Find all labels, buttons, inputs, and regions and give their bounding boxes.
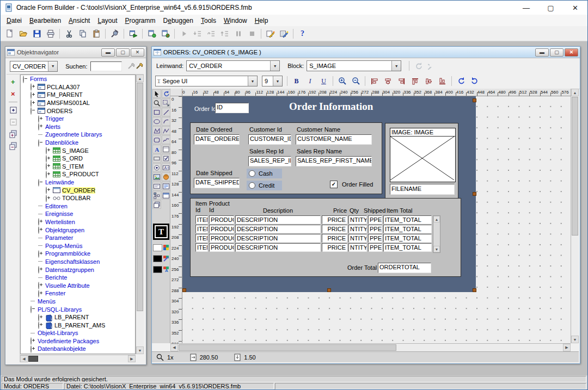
layout-wizard-icon[interactable] bbox=[264, 27, 277, 40]
expand-plus-icon[interactable] bbox=[38, 227, 44, 233]
expand-plus-icon[interactable] bbox=[30, 346, 36, 352]
scroll-down-icon[interactable]: ▼ bbox=[136, 346, 144, 354]
scroll-up-icon[interactable]: ▲ bbox=[433, 216, 440, 222]
grid-field-row1-col4[interactable]: PRICE bbox=[322, 215, 347, 224]
grid-field-row1-col6[interactable]: PPED bbox=[368, 215, 382, 224]
font-size-combo[interactable]: 9 ▼ bbox=[262, 76, 283, 86]
align-right-icon[interactable] bbox=[395, 75, 408, 88]
tree-item-orders[interactable]: ORDERS bbox=[21, 107, 135, 115]
date-shipped-field[interactable]: DATE_SHIPPED bbox=[194, 178, 240, 188]
grid-field-row1-col1[interactable]: ITEM bbox=[195, 215, 208, 224]
print-icon[interactable] bbox=[44, 27, 57, 40]
scroll-left-icon[interactable]: ◀ bbox=[170, 344, 178, 351]
font-preview-tile[interactable]: T bbox=[153, 224, 169, 240]
grid-field-row1-col7[interactable]: ITEM_TOTAL bbox=[383, 215, 432, 224]
list-item-tool[interactable] bbox=[162, 182, 170, 190]
ole-item-tool[interactable] bbox=[162, 172, 170, 181]
tree-item-fenster[interactable]: Fenster bbox=[21, 289, 135, 298]
grid-field-row4-col6[interactable]: PPED bbox=[368, 243, 382, 252]
tree-item-cv-order[interactable]: CV_ORDER bbox=[21, 186, 135, 194]
form-canvas[interactable]: Order Id ID Order Information Date Order… bbox=[182, 96, 476, 292]
grid-field-row3-col1[interactable]: ITEM bbox=[195, 234, 208, 243]
radio-button-tool[interactable] bbox=[152, 163, 161, 172]
sales-rep-id-field[interactable]: SALES_REP_ID bbox=[248, 156, 291, 166]
line-tool[interactable] bbox=[162, 108, 170, 116]
paste-icon[interactable] bbox=[89, 27, 103, 40]
font-family-combo[interactable]: T̲ Segoe UI ▼ bbox=[155, 76, 258, 86]
scroll-down-icon[interactable]: ▼ bbox=[571, 336, 579, 343]
order-total-field[interactable]: ORDERTOTAL bbox=[378, 263, 431, 273]
scrollbar-thumb[interactable] bbox=[137, 83, 143, 311]
tree-item-men-s[interactable]: Menüs bbox=[21, 298, 135, 306]
menu-item-bearbeiten[interactable]: Bearbeiten bbox=[26, 16, 65, 26]
tree-item-forms[interactable]: Forms bbox=[21, 75, 135, 83]
frame-tool[interactable] bbox=[162, 145, 170, 153]
zoom-in-icon[interactable] bbox=[335, 75, 349, 88]
expand-plus-icon[interactable] bbox=[30, 92, 36, 98]
close-button[interactable]: ✕ bbox=[563, 1, 587, 15]
tree-item-vordefinierte-packages[interactable]: Vordefinierte Packages bbox=[21, 337, 135, 345]
tree-item-lb-parent-ams[interactable]: LB_PARENT_AMS bbox=[21, 321, 135, 329]
text-color-well[interactable]: A bbox=[153, 265, 169, 274]
editor-close-button[interactable]: ✕ bbox=[565, 48, 578, 57]
checkbox-tool[interactable] bbox=[162, 154, 170, 163]
tree-item-programmbl-cke[interactable]: Programmblöcke bbox=[21, 250, 135, 258]
selection-handle[interactable] bbox=[473, 192, 476, 196]
scrollbar-thumb[interactable] bbox=[28, 356, 38, 362]
underline-button[interactable]: U bbox=[317, 75, 330, 88]
grid-field-row3-col2[interactable]: PRODUCT bbox=[209, 234, 234, 243]
tree-item-popup-men-s[interactable]: Popup-Menüs bbox=[21, 242, 135, 250]
tree-item-lb-parent[interactable]: LB_PARENT bbox=[21, 313, 135, 321]
align-left-icon[interactable] bbox=[367, 75, 381, 88]
menu-item-window[interactable]: Window bbox=[220, 16, 251, 26]
grid-field-row1-col2[interactable]: PRODUCT bbox=[209, 215, 234, 224]
grid-field-row2-col3[interactable]: DESCRIPTION bbox=[235, 225, 321, 233]
chevron-down-icon[interactable]: ▼ bbox=[391, 61, 401, 71]
block-wizard-icon[interactable] bbox=[277, 27, 291, 40]
navigator-vertical-scrollbar[interactable]: ▲ ▼ bbox=[136, 75, 144, 354]
select-tool[interactable] bbox=[152, 89, 161, 98]
cut-icon[interactable] bbox=[62, 27, 76, 40]
new-icon[interactable] bbox=[3, 27, 16, 40]
tree-item-datenbankobjekte[interactable]: Datenbankobjekte bbox=[21, 345, 135, 353]
editor-horizontal-scrollbar[interactable]: ◀ ▶ bbox=[170, 343, 571, 351]
grid-field-row1-col5[interactable]: NTITY bbox=[348, 215, 367, 224]
expand-plus-icon[interactable] bbox=[38, 314, 44, 320]
collapse-minus-icon[interactable] bbox=[23, 76, 29, 82]
scroll-left-icon[interactable]: ◀ bbox=[20, 355, 28, 362]
expand-icon[interactable] bbox=[9, 106, 18, 114]
open-icon[interactable] bbox=[16, 27, 30, 40]
freehand-tool[interactable] bbox=[162, 135, 170, 144]
collapse-minus-icon[interactable] bbox=[30, 108, 36, 114]
menu-item-help[interactable]: Help bbox=[251, 16, 272, 26]
tree-item-berichte[interactable]: Berichte bbox=[21, 274, 135, 282]
chevron-down-icon[interactable]: ▼ bbox=[270, 61, 279, 71]
grid-field-row3-col3[interactable]: DESCRIPTION bbox=[235, 234, 321, 243]
arc-tool[interactable] bbox=[162, 117, 170, 126]
tree-item-fm-parent[interactable]: FM_PARENT bbox=[21, 91, 135, 99]
save-icon[interactable] bbox=[30, 27, 44, 40]
canvas-combo[interactable]: CV_ORDER ▼ bbox=[186, 60, 280, 71]
block-combo[interactable]: S_IMAGE ▼ bbox=[307, 60, 401, 71]
expand-plus-icon[interactable] bbox=[38, 251, 44, 257]
grid-field-row4-col3[interactable]: DESCRIPTION bbox=[235, 243, 321, 252]
customer-name-field[interactable]: CUSTOMER_NAME bbox=[296, 134, 372, 145]
scope-combo[interactable]: CV_ORDER ▼ bbox=[10, 61, 58, 72]
tree-item-s-image[interactable]: S_IMAGE bbox=[21, 146, 135, 154]
create-icon[interactable]: + bbox=[9, 78, 18, 86]
selection-handle[interactable] bbox=[327, 288, 331, 292]
chevron-down-icon[interactable]: ▼ bbox=[248, 76, 257, 86]
collapse-all-icon[interactable] bbox=[9, 142, 18, 150]
stacked-canvas-tool[interactable] bbox=[152, 200, 161, 209]
expand-plus-icon[interactable] bbox=[38, 267, 44, 273]
collapse-icon[interactable] bbox=[9, 118, 18, 126]
compile-module-icon[interactable] bbox=[145, 27, 158, 40]
bold-button[interactable]: B bbox=[290, 75, 303, 88]
tree-item-s-ord[interactable]: S_ORD bbox=[21, 154, 135, 163]
reshape-tool[interactable] bbox=[162, 98, 170, 107]
find-next-icon[interactable] bbox=[136, 62, 144, 70]
italic-button[interactable]: I bbox=[303, 75, 317, 88]
tree-item-objektgruppen[interactable]: Objektgruppen bbox=[21, 226, 135, 234]
grid-field-row2-col5[interactable]: NTITY bbox=[348, 225, 367, 233]
selection-handle[interactable] bbox=[182, 288, 186, 292]
